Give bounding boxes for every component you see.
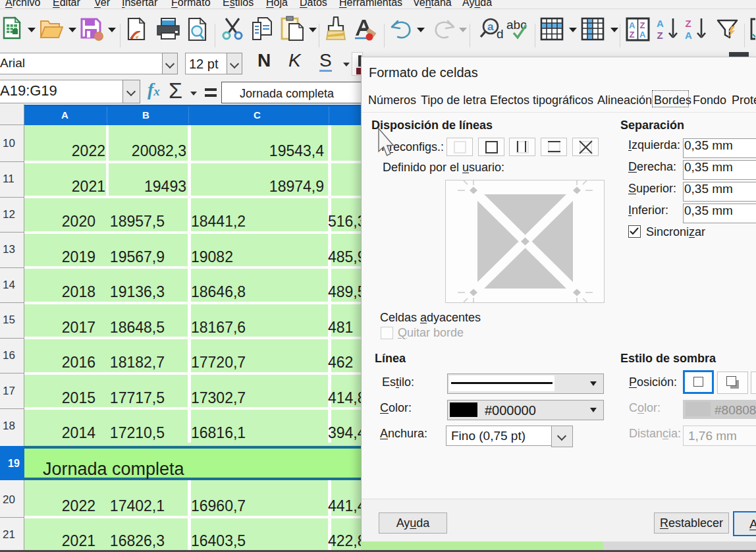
svg-text:A: A [629,20,635,30]
svg-text:A: A [685,30,692,41]
svg-text:Z: Z [686,18,691,29]
svg-text:Z: Z [657,30,663,41]
svg-text:Z: Z [640,20,645,30]
svg-text:A: A [639,30,646,40]
svg-text:A: A [657,18,664,29]
svg-text:Z: Z [630,30,635,40]
svg-text:a: a [487,20,494,33]
svg-text:d: d [497,27,504,41]
